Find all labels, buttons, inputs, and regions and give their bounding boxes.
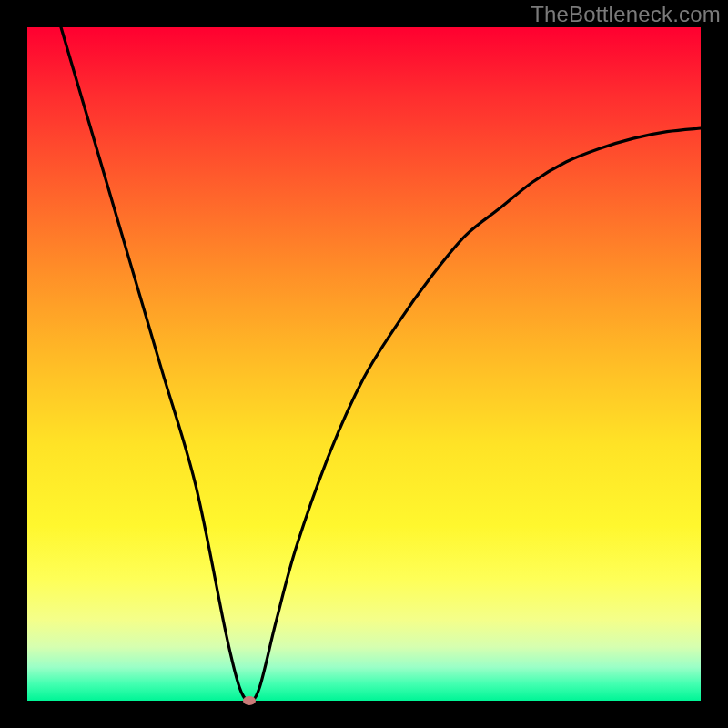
curve-svg xyxy=(27,27,701,701)
plot-area xyxy=(27,27,701,701)
minimum-marker xyxy=(243,696,256,705)
watermark-text: TheBottleneck.com xyxy=(531,2,721,27)
chart-frame: TheBottleneck.com xyxy=(0,0,728,728)
bottleneck-curve xyxy=(61,27,701,701)
